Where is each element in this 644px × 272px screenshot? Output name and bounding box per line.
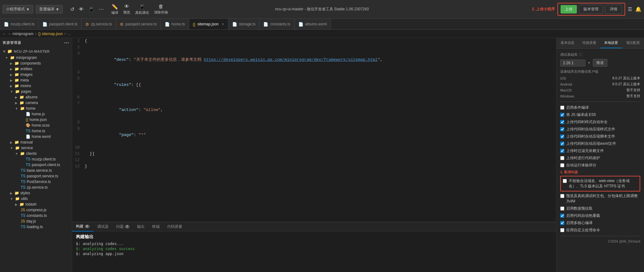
- sidebar-item-constants-ts[interactable]: TS constants.ts: [0, 213, 72, 218]
- breadcrumb-forward[interactable]: →: [8, 32, 11, 36]
- tab-close-icon[interactable]: ×: [222, 22, 224, 27]
- code-line-4: 4: [72, 69, 556, 76]
- tab-passport-service[interactable]: ⚙ passport.service.ts: [116, 19, 161, 29]
- bottom-tab-terminal[interactable]: 终端: [148, 222, 163, 232]
- checkbox-multicore-input[interactable]: [560, 221, 564, 225]
- sidebar-item-home-scss[interactable]: 🎨 home.scss: [0, 123, 72, 128]
- tab-albums[interactable]: 📄 albums.wxml: [295, 19, 331, 29]
- checkbox-package-limit-input[interactable]: [560, 194, 564, 198]
- sidebar-item-entities[interactable]: ▶ 📁 entities: [0, 66, 72, 72]
- sidebar-item-home-js[interactable]: 📄 home.js: [0, 111, 72, 117]
- tab-sitemap[interactable]: {} sitemap.json ×: [189, 19, 228, 29]
- sidebar-item-home-json[interactable]: {} home.json: [0, 117, 72, 123]
- sidebar-item-zp-service[interactable]: TS zp.service.ts: [0, 185, 72, 190]
- sidebar-item-passport-service[interactable]: TS passport.service.ts: [0, 173, 72, 179]
- sidebar-item-manual[interactable]: ▶ 📁 manual: [0, 139, 72, 145]
- checkbox-condition-compile-input[interactable]: [560, 106, 564, 110]
- code-editor[interactable]: 1 { 2 3 "desc": "关于本文件的更多信息，请参考文档 https:…: [72, 38, 556, 222]
- simulator-action[interactable]: 📱 真机调试: [135, 4, 149, 15]
- right-tab-performance[interactable]: 性能质量: [578, 38, 600, 48]
- eye-icon[interactable]: 👁: [77, 5, 85, 13]
- android-row: Android 8.0.27 及以上版本: [560, 82, 640, 86]
- refresh-icon[interactable]: ↺: [69, 5, 76, 13]
- sidebar-item-lodash[interactable]: ▶ 📁 lodash: [0, 201, 72, 207]
- details-button[interactable]: 详情: [605, 5, 622, 14]
- version-input[interactable]: [560, 60, 585, 66]
- bottom-tab-quality[interactable]: 代码质量: [163, 222, 186, 232]
- sidebar-item-ncuzp-client[interactable]: TS ncuzp.client.ts: [0, 156, 72, 162]
- checkbox-compress-script-input[interactable]: [560, 134, 564, 139]
- checkbox-es5-input[interactable]: [560, 113, 564, 117]
- tab-passport-client[interactable]: 📄 passport.client.ts: [39, 19, 82, 29]
- sidebar-item-miniprogram[interactable]: ▼ 📁 miniprogram: [0, 55, 72, 60]
- right-tab-project[interactable]: 项目配置: [622, 38, 644, 48]
- notification-icon[interactable]: 🔔: [635, 6, 641, 12]
- checkbox-auto-eval-input[interactable]: [560, 163, 564, 167]
- right-tab-local[interactable]: 本地设置: [600, 38, 622, 48]
- clear-action[interactable]: 🗑 清除存储: [154, 4, 168, 15]
- checkbox-hot-reload-input[interactable]: [560, 214, 564, 218]
- mode-dropdown[interactable]: 小程序模式 ▼: [3, 5, 33, 13]
- breadcrumb-dots: ...: [67, 32, 71, 36]
- checkbox-code-protect-input[interactable]: [560, 156, 564, 160]
- checkbox-es5: 将 JS 编译成 ES5: [560, 112, 640, 118]
- sidebar-item-home-wxml[interactable]: 📄 home.wxml: [0, 134, 72, 139]
- sidebar-item-styles[interactable]: ▶ 📁 styles: [0, 190, 72, 196]
- sidebar-item-passport-client[interactable]: TS passport.client.ts: [0, 162, 72, 168]
- sidebar-item-images[interactable]: ▶ 📁 images: [0, 72, 72, 77]
- tab-home[interactable]: 📄 home.ts: [161, 19, 189, 29]
- sidebar-item-camera[interactable]: ▶ 📁 camera: [0, 100, 72, 106]
- checkbox-compress-style-input[interactable]: [560, 127, 564, 131]
- checkbox-style-auto-input[interactable]: [560, 120, 564, 124]
- ios-row: iOS 8.0.27 及以上版本: [560, 76, 640, 81]
- sidebar-item-pages[interactable]: ▼ 📁 pages: [0, 89, 72, 94]
- clear-icon: 🗑: [158, 4, 163, 9]
- sidebar-item-utils[interactable]: ▼ 📁 utils: [0, 196, 72, 201]
- upload-button[interactable]: 上传: [561, 5, 577, 13]
- checkbox-custom-cmd-input[interactable]: [560, 228, 564, 232]
- sidebar-item-mixins[interactable]: ▶ 📁 mixins: [0, 83, 72, 89]
- tab-zp-service[interactable]: ⚙ zp.service.ts: [82, 19, 116, 29]
- bottom-tab-debugger[interactable]: 调试器: [93, 222, 112, 232]
- breadcrumb-miniprogram[interactable]: miniprogram: [13, 32, 34, 36]
- right-tab-basic[interactable]: 基本信息: [556, 38, 578, 48]
- breadcrumb-sitemap[interactable]: {} sitemap.json: [38, 32, 63, 36]
- sidebar-item-compress-js[interactable]: JS compress.js: [0, 207, 72, 213]
- sidebar-item-components[interactable]: ▶ 📁 components: [0, 60, 72, 66]
- checkbox-filter-unused-input[interactable]: [560, 149, 564, 153]
- checkbox-condition-compile: 启用条件编译: [560, 105, 640, 110]
- sidebar-item-service[interactable]: ▼ 📁 service: [0, 145, 72, 151]
- sidebar-item-meta[interactable]: ▶ 📁 meta: [0, 77, 72, 83]
- dots-icon[interactable]: ⋯: [98, 5, 105, 13]
- sidebar-item-day-js[interactable]: JS day.js: [0, 218, 72, 224]
- version-mgmt-button[interactable]: 版本管理: [579, 5, 603, 14]
- sidebar-item-home[interactable]: ▼ 📁 home: [0, 106, 72, 111]
- sidebar-item-post-service[interactable]: TS PostService.ts: [0, 179, 72, 185]
- sidebar-menu-icon[interactable]: ⋯: [64, 40, 69, 46]
- tab-ncuzp-client[interactable]: 📄 ncuzp.client.ts: [0, 19, 39, 29]
- tab-storage[interactable]: 📄 storage.ts: [228, 19, 260, 29]
- checkbox-prefetch-input[interactable]: [560, 207, 564, 211]
- bottom-tab-problems[interactable]: 问题 7: [112, 222, 134, 232]
- phone-icon[interactable]: 📱: [87, 5, 96, 13]
- preview-action[interactable]: 👁 预览: [123, 4, 130, 15]
- menu-icon[interactable]: ☰: [628, 6, 632, 12]
- checkbox-no-verify-input[interactable]: [563, 179, 567, 183]
- sidebar-item-base-service[interactable]: TS base.service.ts: [0, 168, 72, 173]
- project-root[interactable]: ▼ 📁 NCU-ZP-UI-MASTER: [0, 48, 72, 55]
- bottom-tab-build[interactable]: 构建 6: [72, 222, 93, 232]
- send-button[interactable]: 推送: [593, 59, 607, 67]
- bottom-tab-output[interactable]: 输出: [133, 222, 148, 232]
- checkbox-compress-wxml-input[interactable]: [560, 142, 564, 146]
- sidebar-item-loading-ts[interactable]: TS loading.ts: [0, 224, 72, 230]
- compile-dropdown[interactable]: 普通编译 ▼: [36, 5, 63, 13]
- sidebar-item-clients[interactable]: ▼ 📁 clients: [0, 151, 72, 156]
- code-line-1: 1 {: [72, 38, 556, 44]
- breadcrumb-back[interactable]: ←: [3, 32, 6, 36]
- code-line-13: 13 }: [72, 163, 556, 170]
- edit-action[interactable]: ✏️ 编译: [111, 4, 118, 15]
- sidebar-item-albums[interactable]: ▶ 📁 albums: [0, 94, 72, 100]
- tab-constants[interactable]: 📄 constants.ts: [259, 19, 294, 29]
- code-line-9: 9 "page": "*": [72, 126, 556, 144]
- sidebar-item-home-ts[interactable]: TS home.ts: [0, 128, 72, 134]
